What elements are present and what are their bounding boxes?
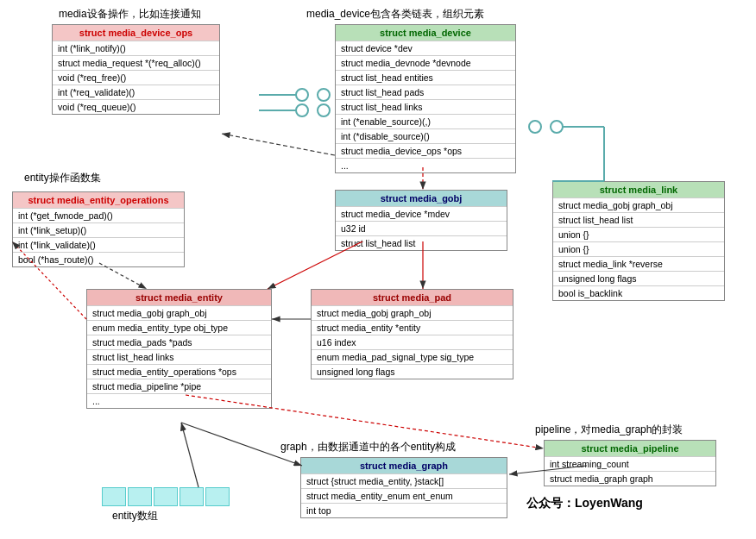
row: union {}	[553, 227, 724, 241]
svg-point-4	[296, 89, 308, 101]
entity-array	[102, 487, 231, 506]
row: u16 index	[312, 335, 513, 349]
row: int (*get_fwnode_pad)()	[13, 208, 184, 222]
entity-array-cell	[154, 487, 178, 506]
annotation-media-device: media_device包含各类链表，组织元素	[306, 7, 484, 22]
row: struct list_head list	[553, 212, 724, 227]
box-media-pad: struct media_pad struct media_gobj graph…	[311, 289, 513, 379]
row: struct media_device_ops *ops	[336, 143, 515, 158]
entity-array-cell	[128, 487, 152, 506]
row: struct media_gobj graph_obj	[553, 197, 724, 212]
entity-array-cell	[102, 487, 126, 506]
entity-array-cell	[180, 487, 204, 506]
box-media-entity-operations: struct media_entity_operations int (*get…	[12, 191, 185, 267]
row: struct device *dev	[336, 41, 515, 55]
svg-point-10	[551, 121, 563, 133]
svg-point-9	[529, 121, 541, 133]
row: struct media_pads *pads	[87, 335, 271, 349]
row: void (*req_free)()	[53, 70, 219, 85]
row: struct media_link *reverse	[553, 256, 724, 271]
row: ...	[336, 158, 515, 172]
row: struct list_head pads	[336, 85, 515, 99]
row: int (*enable_source)(,)	[336, 114, 515, 128]
row: bool is_backlink	[553, 285, 724, 300]
row: struct media_gobj graph_obj	[312, 305, 513, 320]
box-media-entity-header: struct media_entity	[87, 290, 271, 305]
box-media-gobj-header: struct media_gobj	[336, 191, 507, 206]
svg-line-21	[181, 423, 198, 487]
row: enum media_entity_type obj_type	[87, 320, 271, 335]
row: int streaming_count	[545, 456, 715, 471]
row: struct {struct media_entity, }stack[]	[301, 473, 507, 488]
row: int (*req_validate)()	[53, 85, 219, 99]
svg-point-7	[296, 104, 308, 116]
public-account-label: 公众号：LoyenWang	[526, 496, 643, 511]
box-media-pipeline-header: struct media_pipeline	[545, 441, 715, 456]
box-media-link: struct media_link struct media_gobj grap…	[552, 181, 725, 301]
annotation-entity-array: entity数组	[112, 509, 158, 523]
row: struct media_devnode *devnode	[336, 55, 515, 70]
box-media-entity-operations-header: struct media_entity_operations	[13, 192, 184, 208]
row: struct media_entity_operations *ops	[87, 364, 271, 379]
row: int (*link_notify)()	[53, 41, 219, 55]
row: u32 id	[336, 221, 507, 235]
box-media-graph: struct media_graph struct {struct media_…	[300, 457, 507, 518]
box-media-entity: struct media_entity struct media_gobj gr…	[86, 289, 272, 409]
svg-point-3	[318, 89, 330, 101]
row: int (*disable_source)()	[336, 128, 515, 143]
row: struct list_head entities	[336, 70, 515, 85]
row: int (*link_setup)()	[13, 222, 184, 237]
row: struct media_entity_enum ent_enum	[301, 488, 507, 503]
box-media-device-ops: struct media_device_ops int (*link_notif…	[52, 24, 220, 115]
row: ...	[87, 393, 271, 408]
box-media-device-header: struct media_device	[336, 25, 515, 41]
box-media-gobj: struct media_gobj struct media_device *m…	[335, 190, 507, 251]
annotation-graph: graph，由数据通道中的各个entity构成	[280, 440, 456, 454]
row: enum media_pad_signal_type sig_type	[312, 349, 513, 364]
row: unsigned long flags	[553, 271, 724, 285]
diagram-container: media设备操作，比如连接通知 media_device包含各类链表，组织元素…	[0, 0, 756, 539]
box-media-device-ops-header: struct media_device_ops	[53, 25, 219, 41]
annotation-entity-ops: entity操作函数集	[24, 171, 101, 185]
row: struct media_device *mdev	[336, 206, 507, 221]
box-media-pipeline: struct media_pipeline int streaming_coun…	[544, 440, 716, 486]
row: union {}	[553, 241, 724, 256]
annotation-pipeline: pipeline，对media_graph的封装	[535, 423, 683, 437]
row: struct media_pipeline *pipe	[87, 379, 271, 393]
row: bool (*has_route)()	[13, 252, 184, 266]
box-media-graph-header: struct media_graph	[301, 458, 507, 473]
box-media-pad-header: struct media_pad	[312, 290, 513, 305]
box-media-device: struct media_device struct device *dev s…	[335, 24, 516, 173]
row: void (*req_queue)()	[53, 99, 219, 114]
entity-array-cell	[205, 487, 230, 506]
row: struct media_gobj graph_obj	[87, 305, 271, 320]
row: int (*link_validate)()	[13, 237, 184, 252]
row: struct list_head links	[87, 349, 271, 364]
row: struct list_head list	[336, 235, 507, 250]
box-media-link-header: struct media_link	[553, 182, 724, 197]
row: unsigned long flags	[312, 364, 513, 379]
row: struct list_head links	[336, 99, 515, 114]
svg-point-6	[318, 104, 330, 116]
row: struct media_entity *entity	[312, 320, 513, 335]
svg-line-2	[222, 134, 335, 155]
row: int top	[301, 503, 507, 517]
row: struct media_request *(*req_alloc)()	[53, 55, 219, 70]
row: struct media_graph graph	[545, 471, 715, 486]
annotation-media-device-ops: media设备操作，比如连接通知	[59, 7, 201, 22]
